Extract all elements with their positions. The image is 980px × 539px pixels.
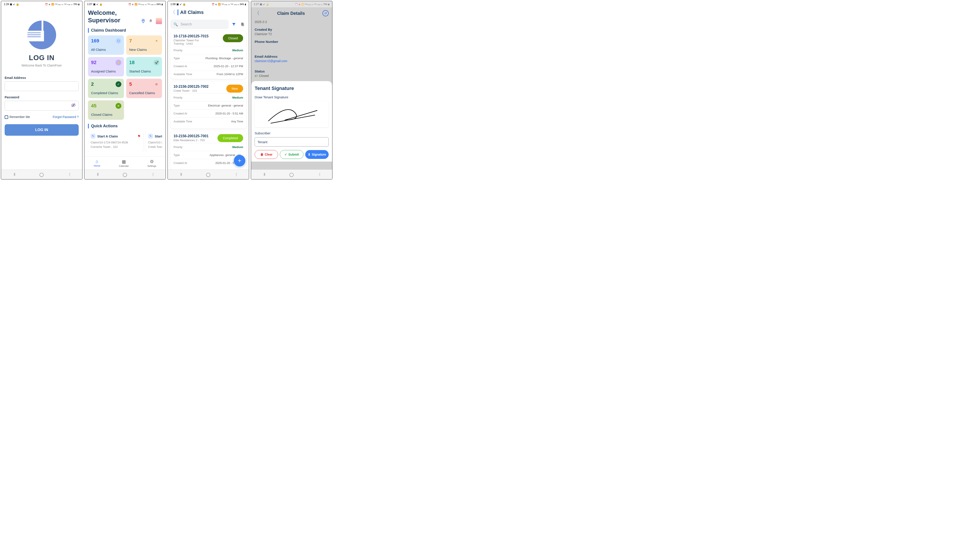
status-bar: 1:08▣ ↙ 🔒 ⏰ 🕭 📶 ᵛᵒᵍ ₗₜₑ₁ ₊ₗₗ ᵛᵒᵍ ₗₜₑ₂ ₊ₗ…: [168, 1, 249, 7]
home-button[interactable]: ◯: [123, 173, 127, 176]
recent-apps-button[interactable]: ⦀: [179, 173, 183, 176]
card-assigned-claims[interactable]: 92Assigned Claims⚡: [88, 57, 124, 76]
toggle-password-icon[interactable]: [71, 103, 76, 109]
card-completed-claims[interactable]: 2Completed Claims✓: [88, 79, 124, 98]
tab-calendar[interactable]: ▦Calendar: [119, 159, 129, 167]
user-avatar[interactable]: [156, 18, 162, 24]
login-button[interactable]: LOG IN: [5, 124, 79, 136]
card-closed-claims[interactable]: 45Closed Claims✕: [88, 100, 124, 120]
back-button[interactable]: 〈: [317, 173, 321, 176]
export-icon[interactable]: [239, 21, 246, 28]
svg-rect-3: [241, 23, 243, 25]
quick-actions-title: Quick Actions: [88, 124, 162, 129]
tab-settings[interactable]: ⚙Settings: [148, 159, 156, 167]
back-chevron-icon[interactable]: 〈: [170, 9, 175, 16]
trash-icon: 🗑: [260, 153, 264, 156]
claim-card[interactable]: 10-2156-200125-7002Creek Tower - 103New …: [170, 81, 246, 129]
submit-button[interactable]: ✓Submit: [280, 150, 303, 159]
add-claim-fab[interactable]: +: [234, 155, 245, 166]
location-icon[interactable]: [141, 19, 146, 24]
back-button[interactable]: 〈: [233, 173, 238, 176]
status-bar: 1:27▣ ↙ 🔒 ⏰ 🕭 📶 ᵛᵒᵍ ₗₜₑ₁ ₊ₗₗ ᵛᵒᵍ ₗₜₑ₂ ₊ₗ…: [251, 1, 332, 7]
status-time: 1:08: [170, 3, 175, 6]
subscriber-input[interactable]: [255, 137, 329, 146]
back-button[interactable]: 〈: [150, 173, 154, 176]
svg-point-2: [143, 20, 144, 21]
forgot-password-link[interactable]: Forgot Password ?: [53, 115, 79, 119]
card-new-claims[interactable]: 7New Claims☀: [126, 35, 162, 55]
claim-card[interactable]: 10-1718-200125-7015Claimizer Tower For T…: [170, 31, 246, 79]
notification-bell-icon[interactable]: [148, 19, 153, 24]
claim-location: Elite Residences 2 - 703: [173, 138, 208, 142]
card-started-claims[interactable]: 18Started Claims🚀: [126, 57, 162, 76]
android-nav-bar: ⦀ ◯ 〈: [84, 170, 165, 179]
card-cancelled-claims[interactable]: 5Cancelled Claims⊘: [126, 79, 162, 98]
all-claims-title: All Claims: [178, 10, 204, 15]
bottom-tab-bar: ⌂Home ▦Calendar ⚙Settings: [84, 156, 165, 170]
cube-icon: ⬡: [116, 38, 121, 44]
phone-label: Phone Number: [255, 40, 329, 43]
status-system-icons: ⏰ 🕭 📶 ᵛᵒᵍ ₗₜₑ₁ ₊ₗₗ ᵛᵒᵍ ₗₜₑ₂ ₊ₗₗ 84% ▮: [212, 3, 246, 6]
welcome-text: Welcome,Supervisor: [88, 9, 120, 24]
status-notif-icons: ▣ ↙ 🔒: [260, 3, 269, 6]
recent-apps-button[interactable]: ⦀: [262, 173, 267, 176]
back-chevron-icon[interactable]: 〈: [255, 10, 259, 17]
status-badge: Closed: [223, 34, 243, 42]
sun-icon: ☀: [154, 38, 159, 44]
history-icon[interactable]: ↺: [323, 10, 329, 16]
email-field[interactable]: [5, 81, 79, 91]
login-title: LOG IN: [5, 54, 79, 62]
home-button[interactable]: ◯: [39, 173, 44, 176]
login-subtitle: Welcome Back To ClaimFixer: [5, 64, 79, 67]
home-button[interactable]: ◯: [206, 173, 210, 176]
claim-location: Claimizer Tower For Training - Unit2: [173, 39, 209, 45]
status-system-icons: ⏰ 🕭 📶 ᵛᵒᵍ ₗₜₑ₁ ₊ₗₗ ᵛᵒᵍ ₗₜₑ₂ ₊ₗₗ 84% ▮: [129, 3, 163, 6]
status-bar: 1:07▣ ↙ 🔒 ⏰ 🕭 📶 ᵛᵒᵍ ₗₜₑ₁ ₊ₗₗ ᵛᵒᵍ ₗₜₑ₂ ₊ₗ…: [84, 1, 165, 7]
status-time: 1:28: [4, 3, 9, 6]
signature-button[interactable]: ⬇Signature: [305, 150, 329, 159]
created-by-label: Created By: [255, 28, 329, 31]
screen-dashboard: 1:07▣ ↙ 🔒 ⏰ 🕭 📶 ᵛᵒᵍ ₗₜₑ₁ ₊ₗₗ ᵛᵒᵍ ₗₜₑ₂ ₊ₗ…: [84, 1, 166, 180]
status-badge: New: [226, 85, 243, 92]
screen-all-claims: 1:08▣ ↙ 🔒 ⏰ 🕭 📶 ᵛᵒᵍ ₗₜₑ₁ ₊ₗₗ ᵛᵒᵍ ₗₜₑ₂ ₊ₗ…: [167, 1, 249, 180]
tag-icon: 🏷: [255, 74, 258, 78]
remember-me-checkbox[interactable]: Remember Me: [5, 115, 30, 119]
dashboard-content: Welcome,Supervisor Claims Dashboard 169A…: [84, 7, 165, 156]
flag-icon: ⚑: [137, 134, 140, 138]
draw-signature-label: Draw Tenant Signature: [255, 95, 329, 99]
quick-action-card[interactable]: ✎Start A Claim#10-172Creek Tower ,: [145, 131, 162, 152]
email-label: Email Address: [5, 76, 79, 79]
status-notif-icons: ▣ ↙ 🔒: [93, 3, 103, 6]
login-content: LOG IN Welcome Back To ClaimFixer Email …: [1, 7, 82, 170]
back-button[interactable]: 〈: [67, 173, 71, 176]
status-badge: Completed: [218, 134, 243, 142]
created-by-value: Claimizer T2: [255, 32, 329, 36]
android-nav-bar: ⦀ ◯ 〈: [168, 170, 249, 179]
remember-me-label: Remember Me: [10, 115, 30, 119]
android-nav-bar: ⦀ ◯ 〈: [1, 170, 82, 179]
screen-claim-details: 1:27▣ ↙ 🔒 ⏰ 🕭 📶 ᵛᵒᵍ ₗₜₑ₁ ₊ₗₗ ᵛᵒᵍ ₗₜₑ₂ ₊ₗ…: [251, 1, 332, 180]
search-icon: 🔍: [173, 22, 178, 27]
clear-button[interactable]: 🗑Clear: [255, 150, 278, 159]
search-input[interactable]: 🔍Search: [170, 20, 229, 29]
recent-apps-button[interactable]: ⦀: [13, 173, 17, 176]
status-notif-icons: ▣ ↙ 🔒: [177, 3, 186, 6]
card-all-claims[interactable]: 169All Claims⬡: [88, 35, 124, 55]
status-time: 1:07: [87, 3, 92, 6]
signature-canvas[interactable]: [255, 101, 329, 127]
email-value[interactable]: claimizer.t2@gmail.com: [255, 59, 329, 63]
cancel-icon: ⊘: [154, 81, 159, 87]
password-label: Password: [5, 95, 79, 99]
note-icon: ✎: [91, 134, 95, 138]
screen-login: 1:28▣ ↙ 🔒 ⏰ 🕭 📶 ᵛᵒᵍ ₗₜₑ₁ ₊ₗₗ ᵛᵒᵍ ₗₜₑ₂ ₊ₗ…: [1, 1, 83, 180]
download-icon: ⬇: [308, 153, 310, 156]
quick-action-card[interactable]: ✎Start A Claim⚑ Claim#10-1724-090724-453…: [88, 131, 143, 152]
status-label: Status: [255, 69, 329, 73]
claim-location: Creek Tower - 103: [173, 89, 208, 92]
recent-apps-button[interactable]: ⦀: [96, 173, 100, 176]
filter-icon[interactable]: [230, 21, 237, 28]
password-field[interactable]: [5, 101, 79, 110]
tab-home[interactable]: ⌂Home: [94, 159, 100, 167]
status-system-icons: ⏰ 🕭 📶 ᵛᵒᵍ ₗₜₑ₁ ₊ₗₗ ᵛᵒᵍ ₗₜₑ₂ ₊ₗₗ 78% ▮: [45, 3, 80, 6]
home-button[interactable]: ◯: [289, 173, 294, 176]
